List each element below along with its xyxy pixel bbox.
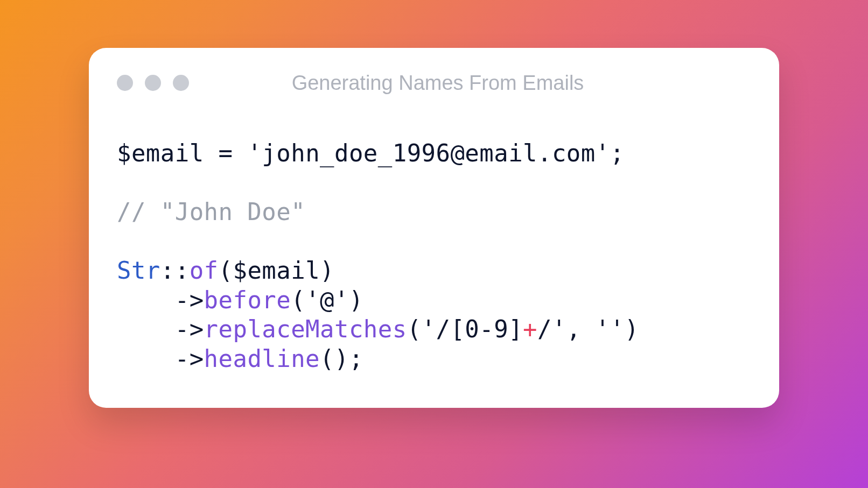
code-line	[117, 227, 751, 256]
arrow-token: ->	[175, 286, 204, 314]
window-title: Generating Names From Emails	[189, 72, 751, 95]
code-block: $email = 'john_doe_1996@email.com';// "J…	[89, 101, 779, 408]
method-token: before	[204, 286, 291, 314]
method-token: of	[190, 257, 219, 284]
punct-token: ;	[610, 139, 625, 167]
regex-quantifier-token: +	[523, 315, 537, 343]
comment-token: // "John Doe"	[117, 198, 305, 225]
variable-token: $email	[233, 257, 320, 284]
string-token: '/[0-9]	[422, 315, 523, 343]
punct-token: (	[291, 286, 305, 314]
punct-token: )	[625, 315, 639, 343]
punct-token: )	[334, 345, 349, 372]
scope-token: ::	[160, 257, 190, 284]
punct-token: )	[349, 286, 363, 314]
indent	[117, 345, 175, 372]
code-line	[117, 168, 751, 197]
code-line: ->headline();	[117, 344, 751, 374]
traffic-lights	[117, 75, 189, 91]
punct-token: ;	[349, 345, 363, 372]
code-line: ->replaceMatches('/[0-9]+/', '')	[117, 315, 751, 344]
method-token: headline	[204, 345, 320, 372]
code-window: Generating Names From Emails $email = 'j…	[89, 48, 779, 408]
code-line: ->before('@')	[117, 286, 751, 315]
indent	[117, 286, 175, 314]
code-line: // "John Doe"	[117, 197, 751, 227]
punct-token: (	[320, 345, 334, 372]
code-line: $email = 'john_doe_1996@email.com';	[117, 139, 751, 168]
string-token: 'john_doe_1996@email.com'	[247, 139, 610, 167]
punct-token: (	[407, 315, 422, 343]
method-token: replaceMatches	[204, 315, 407, 343]
close-icon[interactable]	[117, 75, 133, 91]
indent	[117, 315, 175, 343]
titlebar: Generating Names From Emails	[89, 48, 779, 101]
arrow-token: ->	[175, 345, 204, 372]
arrow-token: ->	[175, 315, 204, 343]
string-token: ''	[596, 315, 625, 343]
operator-token: =	[219, 139, 233, 167]
code-line: Str::of($email)	[117, 256, 751, 286]
string-token: /'	[537, 315, 566, 343]
minimize-icon[interactable]	[145, 75, 161, 91]
variable-token: $email	[117, 139, 204, 167]
class-token: Str	[117, 257, 160, 284]
punct-token: )	[320, 257, 334, 284]
punct-token: (	[219, 257, 233, 284]
zoom-icon[interactable]	[173, 75, 189, 91]
punct-token: ,	[566, 315, 596, 343]
string-token: '@'	[305, 286, 349, 314]
